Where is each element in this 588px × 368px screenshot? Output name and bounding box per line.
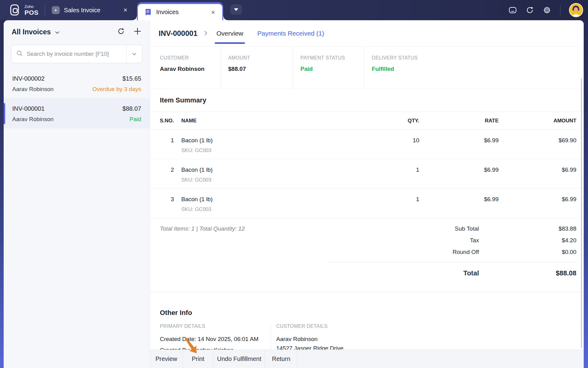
tab-payments-received[interactable]: Payments Received (1) (255, 20, 326, 47)
tab-overview[interactable]: Overview (215, 20, 245, 47)
search-icon (16, 50, 23, 58)
undo-fulfillment-button[interactable]: Undo Fulfillment (213, 350, 265, 368)
register-icon[interactable] (508, 6, 517, 15)
list-item-inv-000001[interactable]: INV-000001 $88.07 Aarav Robinson Paid (4, 98, 150, 128)
tab-sales-invoice[interactable]: + Sales Invoice × (52, 6, 130, 14)
item-qty: 1 (370, 196, 419, 203)
logo-pos: POS (24, 9, 39, 16)
created-date: Created Date: 14 Nov 2025, 06:01 AM (160, 336, 270, 343)
amount-label: AMOUNT (228, 55, 293, 61)
zoho-pos-logo: Zoho POS (0, 4, 39, 16)
invoice-customer: Aarav Robinson (12, 116, 54, 123)
total-label: Total (327, 269, 479, 277)
payment-status-value: Paid (300, 66, 364, 72)
search-filter-dropdown[interactable] (126, 45, 142, 63)
item-amount: $69.90 (499, 137, 576, 144)
close-tab-icon[interactable]: × (121, 6, 130, 14)
item-qty: 10 (370, 137, 419, 144)
invoice-number: INV-000001 (12, 105, 45, 112)
invoice-receipt-icon (144, 8, 152, 16)
invoice-status-badge: Overdue by 3 days (92, 86, 141, 93)
tab-sales-invoice-label: Sales Invoice (64, 7, 117, 14)
undo-fulfillment-button-label: Undo Fulfillment (217, 355, 262, 362)
add-invoice-icon[interactable] (133, 27, 142, 37)
payment-status-label: PAYMENT STATUS (300, 55, 364, 61)
tax-row: Tax $4.20 (327, 235, 576, 246)
item-sku: SKU: GC003 (181, 148, 370, 154)
roundoff-value: $0.00 (479, 249, 576, 255)
invoice-amount: $88.07 (123, 105, 141, 112)
content-panel: All Invoices (4, 20, 584, 368)
customer-name: Aarav Robinson (276, 336, 344, 343)
new-sale-plus-icon: + (52, 6, 60, 14)
zoho-pos-logo-icon (9, 4, 21, 16)
item-sno: 2 (150, 167, 174, 173)
chevron-right-icon (204, 31, 207, 37)
invoice-detail-pane: INV-000001 Overview Payments Received (1… (150, 20, 584, 368)
list-item-inv-000002[interactable]: INV-000002 $15.65 Aarav Robinson Overdue… (4, 69, 150, 98)
item-amount: $6.99 (499, 167, 576, 173)
invoice-list-sidebar: All Invoices (4, 20, 150, 368)
return-button-label: Return (272, 355, 290, 362)
subtotal-value: $83.88 (479, 225, 576, 232)
sync-icon[interactable] (525, 6, 534, 15)
item-rate: $6.99 (419, 167, 499, 173)
tab-invoices[interactable]: Invoices × (137, 2, 223, 20)
col-header-amount: AMOUNT (499, 118, 576, 124)
preview-button[interactable]: Preview (150, 350, 183, 368)
col-header-rate: RATE (419, 118, 499, 124)
item-row: 1 Bacon (1 lb) SKU: GC003 10 $6.99 $69.9… (150, 130, 584, 159)
roundoff-row: Round Off $0.00 (327, 246, 576, 258)
roundoff-label: Round Off (327, 249, 479, 255)
print-button-label: Print (192, 355, 204, 362)
tab-list-dropdown-button[interactable] (230, 4, 242, 15)
chevron-down-icon[interactable] (55, 30, 59, 35)
tab-flare (223, 16, 228, 20)
col-header-name: NAME (174, 118, 370, 124)
subtotal-row: Sub Total $83.88 (327, 223, 576, 235)
topbar-divider (45, 5, 45, 15)
item-table-header: S.NO. NAME QTY. RATE AMOUNT (150, 112, 584, 130)
page-title: INV-000001 (159, 29, 198, 38)
sidebar-title[interactable]: All Invoices (12, 28, 51, 36)
return-button[interactable]: Return (265, 350, 297, 368)
total-divider (327, 262, 576, 263)
item-row: 3 Bacon (1 lb) SKU: GC003 1 $6.99 $6.99 (150, 189, 584, 218)
item-qty: 1 (370, 167, 419, 173)
settings-gear-icon[interactable] (542, 6, 552, 15)
grand-total-row: Total $88.08 (327, 267, 576, 279)
invoice-amount: $15.65 (123, 75, 141, 82)
amount-value: $88.07 (228, 66, 293, 72)
col-header-qty: QTY. (370, 118, 419, 124)
tab-invoices-label: Invoices (156, 9, 205, 16)
invoice-detail-header: INV-000001 Overview Payments Received (1… (150, 20, 584, 47)
item-amount: $6.99 (499, 196, 576, 203)
invoice-number: INV-000002 (12, 75, 45, 82)
item-sku: SKU: GC003 (181, 177, 370, 183)
avatar-person-icon (570, 4, 582, 16)
totals-section: Total Items: 1 | Total Quantity: 12 Sub … (150, 218, 584, 292)
user-avatar[interactable] (569, 3, 583, 17)
top-bar: Zoho POS + Sales Invoice × Invoices × (0, 0, 588, 20)
customer-details-label: CUSTOMER DETAILS (276, 324, 344, 329)
invoice-list: INV-000002 $15.65 Aarav Robinson Overdue… (4, 69, 150, 128)
delivery-status-label: DELIVERY STATUS (372, 55, 418, 61)
close-tab-icon[interactable]: × (209, 9, 217, 16)
item-sno: 3 (150, 196, 174, 203)
refresh-icon[interactable] (117, 27, 125, 37)
invoice-summary-strip: CUSTOMER Aarav Robinson AMOUNT $88.07 PA… (150, 47, 584, 88)
item-name: Bacon (1 lb) (181, 137, 370, 144)
vertical-scrollbar[interactable] (581, 78, 582, 348)
tab-overview-label: Overview (217, 30, 243, 37)
delivery-status-value: Fulfilled (372, 66, 418, 72)
item-name: Bacon (1 lb) (181, 196, 370, 203)
caret-down-icon (234, 8, 238, 11)
primary-details-label: PRIMARY DETAILS (160, 324, 270, 329)
chevron-down-icon (132, 53, 136, 56)
search-input[interactable] (27, 51, 126, 57)
tab-flare (133, 16, 137, 20)
customer-value: Aarav Robinson (160, 66, 221, 72)
total-value: $88.08 (479, 269, 576, 277)
invoice-customer: Aarav Robinson (12, 86, 54, 93)
col-header-sno: S.NO. (150, 118, 174, 124)
